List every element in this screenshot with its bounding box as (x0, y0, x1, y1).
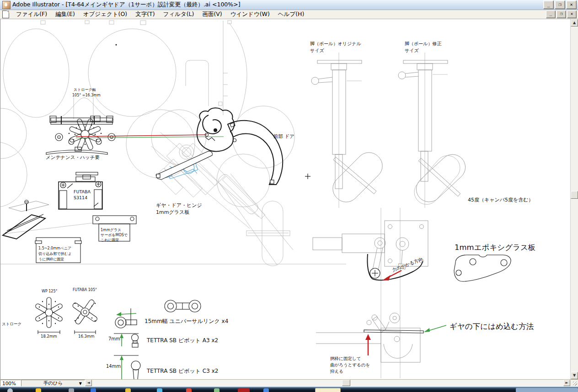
hinge-label: ギヤ・ドア・ヒンジ (156, 202, 202, 208)
scroll-left-button[interactable]: ◄ (85, 380, 92, 386)
vertical-scroll-thumb[interactable] (571, 191, 578, 199)
wp-horn-label: WP 125° (42, 289, 58, 293)
pivot-a-dim: 7mm (108, 336, 120, 341)
doc-minimize-button[interactable]: _ (546, 11, 556, 18)
veneer-note: 1.5~2.0mmベニア (38, 246, 71, 250)
drawing-labels: 脚（ポール）オリジナル サイズ 脚（ポール）修正 サイズ ストローク幅 105°… (2, 41, 535, 374)
svg-text:切り込み部で挟むよ: 切り込み部で挟むよ (38, 252, 72, 256)
svg-text:1mmグラス板: 1mmグラス板 (156, 209, 189, 215)
svg-text:S3114: S3114 (74, 195, 87, 200)
svg-text:曲がろうとするのを: 曲がろうとするのを (330, 362, 370, 367)
menu-view[interactable]: 画面(V) (198, 10, 226, 19)
vertical-scrollbar[interactable]: ▲ ▼ (570, 19, 578, 379)
force-direction-label: 力のかかる方向 (391, 256, 423, 273)
pushrod-red-line (76, 135, 207, 137)
menu-file[interactable]: ファイル(F) (12, 10, 51, 19)
taskbar-app-icon-8[interactable] (263, 388, 269, 392)
front-door-label: 前部 ドア (273, 133, 294, 139)
doc-close-button[interactable]: ✕ (567, 11, 577, 18)
pivot-c-dim: 14mm (106, 364, 121, 369)
svg-text:サーボをMOSで: サーボをMOSで (101, 233, 128, 237)
close-button[interactable]: ✕ (566, 0, 577, 9)
menu-help[interactable]: ヘルプ(H) (274, 10, 309, 19)
servo-assembly-drawing (50, 44, 117, 156)
taskbar-app-icon-7[interactable] (238, 388, 250, 392)
leg-strut-modified-drawing (398, 53, 471, 210)
svg-text:サイズ: サイズ (310, 48, 324, 53)
taskbar-folder-icon[interactable] (36, 388, 41, 392)
system-tray (516, 388, 578, 392)
status-bar: 100% 手のひら ▼ ◄ ► (0, 379, 578, 387)
taskbar-app-icon-3[interactable] (125, 388, 131, 392)
menu-object[interactable]: オブジェクト(O) (79, 10, 131, 19)
current-tool-label: 手のひら (43, 380, 63, 387)
menu-bar: ファイル(F) 編集(E) オブジェクト(O) 文字(T) フィルタ(L) 画面… (0, 10, 578, 19)
maintenance-hatch-drawing (46, 147, 107, 154)
wp-dim-label: 18.2mm (41, 334, 57, 339)
menu-window[interactable]: ウインドウ(W) (226, 10, 274, 19)
resize-grip[interactable] (570, 380, 578, 387)
gear-under-pointer-arrow (424, 325, 446, 332)
glass-note: 1mmグラス (101, 228, 121, 232)
menu-type[interactable]: 文字(T) (131, 10, 159, 19)
document-icon[interactable] (2, 11, 9, 18)
scroll-up-button[interactable]: ▲ (571, 19, 578, 26)
servo-mount-side-view (313, 208, 428, 378)
pivot-a-label: TETTRA SB ピボット A3 x2 (146, 337, 218, 344)
universal-link-label: 15mm幅 ユニバーサルリンク x4 (144, 318, 228, 324)
fix-note: 胴枠に固定して (330, 356, 361, 361)
svg-text:うに胴枠に固定: うに胴枠に固定 (38, 257, 64, 261)
gear-under-mount-drawing (316, 313, 446, 362)
start-orb-icon[interactable] (7, 388, 13, 392)
taskbar-app-icon-4[interactable] (157, 388, 162, 392)
svg-text:これに固定: これに固定 (101, 238, 119, 242)
deg45-label: 45度（キャンバ5度を含む） (468, 197, 534, 203)
doc-restore-button[interactable]: ❐ (557, 11, 566, 18)
leg-modified-label: 脚（ポール）修正 (405, 41, 441, 46)
minimize-button[interactable]: _ (543, 0, 554, 9)
chevron-down-icon: ▼ (79, 381, 82, 386)
gear-under-label: ギヤの下にはめ込む方法 (450, 322, 534, 331)
scroll-right-button[interactable]: ► (563, 380, 570, 386)
horizontal-scroll-thumb[interactable] (342, 380, 350, 386)
ring-link-drawing (115, 308, 137, 328)
restore-button[interactable]: ❐ (555, 0, 565, 9)
futaba-horn-drawing (72, 299, 98, 334)
taskbar-app-icon-5[interactable] (186, 388, 192, 392)
taskbar-app-icon-1[interactable] (69, 388, 74, 392)
window-title: Adobe Illustrator - [T4-64メインギヤドア（1サーボ）設… (12, 1, 241, 9)
taskbar-app-icon-6[interactable] (214, 388, 219, 392)
futaba-dim-label: 16.3mm (78, 334, 95, 339)
taskbar-app-icon-2[interactable] (91, 388, 96, 392)
horizontal-scrollbar[interactable] (92, 380, 563, 387)
illustrator-app-icon[interactable] (2, 1, 11, 9)
maintenance-label: メンテナンス・ハッチ要 (46, 154, 100, 160)
stroke-width-label: ストローク幅 (74, 88, 96, 92)
windows-taskbar[interactable] (0, 387, 578, 392)
wp-horn-drawing (35, 297, 63, 334)
futaba-horn-label: FUTABA 105° (73, 288, 97, 292)
title-bar: Adobe Illustrator - [T4-64メインギヤドア（1サーボ）設… (0, 0, 578, 10)
servo-brand-label: FUTABA (74, 189, 91, 194)
construction-geometry (0, 21, 346, 266)
pivot-c-label: TETTRA SB ピボット C3 x2 (146, 368, 218, 374)
epoxy-glass-plate-drawing (454, 255, 511, 281)
universal-link-drawing (165, 300, 201, 312)
leg-strut-original-drawing (311, 53, 388, 208)
crosshair-mark (305, 174, 310, 179)
active-task-button[interactable] (315, 388, 341, 392)
artboard-canvas[interactable]: 脚（ポール）オリジナル サイズ 脚（ポール）修正 サイズ ストローク幅 105°… (0, 19, 570, 379)
scroll-down-button[interactable]: ▼ (571, 372, 578, 379)
svg-text:抑える: 抑える (330, 369, 343, 374)
svg-text:サイズ: サイズ (405, 48, 419, 53)
svg-text:105° =16.3mm: 105° =16.3mm (72, 93, 101, 97)
zoom-level-field[interactable]: 100% (0, 380, 21, 387)
stroke-label: ストローク (2, 322, 21, 326)
technical-drawing: 脚（ポール）オリジナル サイズ 脚（ポール）修正 サイズ ストローク幅 105°… (0, 19, 571, 379)
document-area: 脚（ポール）オリジナル サイズ 脚（ポール）修正 サイズ ストローク幅 105°… (0, 19, 578, 379)
menu-edit[interactable]: 編集(E) (51, 10, 79, 19)
leg-original-label: 脚（ポール）オリジナル (310, 41, 361, 46)
status-tool-dropdown[interactable]: 手のひら ▼ (21, 380, 85, 387)
epoxy-label: 1mmエポキシグラス板 (455, 243, 535, 252)
menu-filter[interactable]: フィルタ(L) (159, 10, 198, 19)
